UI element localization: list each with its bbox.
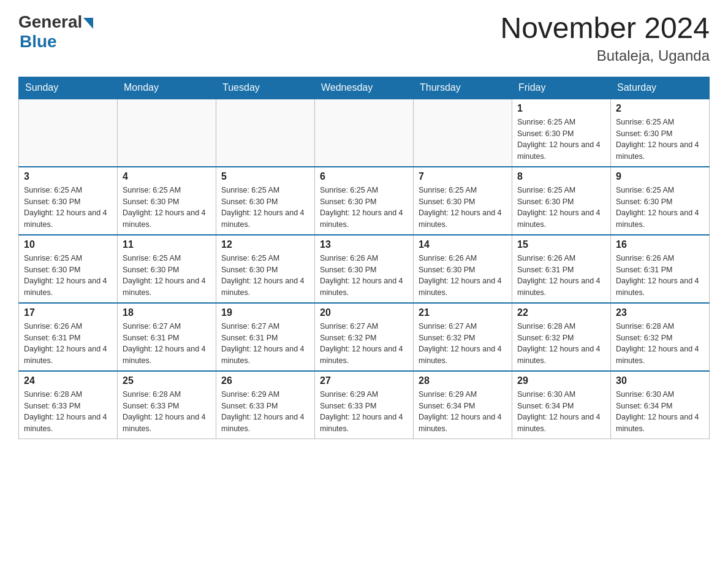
calendar-week-row: 17Sunrise: 6:26 AMSunset: 6:31 PMDayligh…	[19, 303, 710, 371]
calendar-cell: 6Sunrise: 6:25 AMSunset: 6:30 PMDaylight…	[315, 167, 414, 235]
calendar-cell	[315, 99, 414, 167]
day-number: 10	[24, 239, 112, 250]
page-title: November 2024	[500, 12, 710, 45]
calendar-day-header: Tuesday	[216, 77, 315, 99]
day-info: Sunrise: 6:25 AMSunset: 6:30 PMDaylight:…	[616, 117, 704, 163]
calendar-cell: 29Sunrise: 6:30 AMSunset: 6:34 PMDayligh…	[512, 371, 611, 439]
calendar-cell	[118, 99, 216, 167]
day-number: 11	[123, 239, 211, 250]
day-info: Sunrise: 6:25 AMSunset: 6:30 PMDaylight:…	[320, 185, 408, 231]
day-info: Sunrise: 6:26 AMSunset: 6:30 PMDaylight:…	[419, 253, 507, 299]
calendar-cell: 3Sunrise: 6:25 AMSunset: 6:30 PMDaylight…	[19, 167, 118, 235]
day-info: Sunrise: 6:29 AMSunset: 6:34 PMDaylight:…	[419, 389, 507, 435]
calendar-cell	[19, 99, 118, 167]
day-number: 23	[616, 307, 704, 318]
calendar-cell: 1Sunrise: 6:25 AMSunset: 6:30 PMDaylight…	[512, 99, 611, 167]
calendar-cell	[216, 99, 315, 167]
calendar-day-header: Saturday	[611, 77, 710, 99]
day-info: Sunrise: 6:28 AMSunset: 6:33 PMDaylight:…	[123, 389, 211, 435]
day-number: 17	[24, 307, 112, 318]
logo-arrow-icon	[83, 18, 93, 29]
calendar-header-row: SundayMondayTuesdayWednesdayThursdayFrid…	[19, 77, 710, 99]
day-number: 8	[517, 171, 605, 182]
day-number: 9	[616, 171, 704, 182]
logo-general-text: General	[18, 12, 82, 32]
calendar-cell: 27Sunrise: 6:29 AMSunset: 6:33 PMDayligh…	[315, 371, 414, 439]
calendar-cell: 17Sunrise: 6:26 AMSunset: 6:31 PMDayligh…	[19, 303, 118, 371]
calendar-cell: 28Sunrise: 6:29 AMSunset: 6:34 PMDayligh…	[414, 371, 512, 439]
logo: General Blue	[18, 12, 93, 52]
day-number: 13	[320, 239, 408, 250]
day-info: Sunrise: 6:29 AMSunset: 6:33 PMDaylight:…	[320, 389, 408, 435]
page-subtitle: Butaleja, Uganda	[500, 47, 710, 64]
calendar-cell: 12Sunrise: 6:25 AMSunset: 6:30 PMDayligh…	[216, 235, 315, 303]
day-number: 14	[419, 239, 507, 250]
day-number: 22	[517, 307, 605, 318]
calendar-cell: 24Sunrise: 6:28 AMSunset: 6:33 PMDayligh…	[19, 371, 118, 439]
day-number: 30	[616, 375, 704, 386]
day-number: 27	[320, 375, 408, 386]
day-number: 24	[24, 375, 112, 386]
calendar-cell: 26Sunrise: 6:29 AMSunset: 6:33 PMDayligh…	[216, 371, 315, 439]
calendar-day-header: Wednesday	[315, 77, 414, 99]
calendar-cell: 15Sunrise: 6:26 AMSunset: 6:31 PMDayligh…	[512, 235, 611, 303]
day-info: Sunrise: 6:30 AMSunset: 6:34 PMDaylight:…	[517, 389, 605, 435]
day-info: Sunrise: 6:26 AMSunset: 6:31 PMDaylight:…	[24, 321, 112, 367]
day-info: Sunrise: 6:27 AMSunset: 6:31 PMDaylight:…	[123, 321, 211, 367]
day-info: Sunrise: 6:29 AMSunset: 6:33 PMDaylight:…	[221, 389, 309, 435]
calendar-cell: 23Sunrise: 6:28 AMSunset: 6:32 PMDayligh…	[611, 303, 710, 371]
day-number: 21	[419, 307, 507, 318]
day-info: Sunrise: 6:25 AMSunset: 6:30 PMDaylight:…	[419, 185, 507, 231]
day-info: Sunrise: 6:25 AMSunset: 6:30 PMDaylight:…	[616, 185, 704, 231]
calendar-cell: 21Sunrise: 6:27 AMSunset: 6:32 PMDayligh…	[414, 303, 512, 371]
calendar-week-row: 10Sunrise: 6:25 AMSunset: 6:30 PMDayligh…	[19, 235, 710, 303]
day-info: Sunrise: 6:28 AMSunset: 6:32 PMDaylight:…	[616, 321, 704, 367]
day-number: 5	[221, 171, 309, 182]
calendar-cell: 25Sunrise: 6:28 AMSunset: 6:33 PMDayligh…	[118, 371, 216, 439]
day-number: 15	[517, 239, 605, 250]
day-number: 3	[24, 171, 112, 182]
day-info: Sunrise: 6:25 AMSunset: 6:30 PMDaylight:…	[517, 117, 605, 163]
title-section: November 2024 Butaleja, Uganda	[500, 12, 710, 64]
calendar-cell: 18Sunrise: 6:27 AMSunset: 6:31 PMDayligh…	[118, 303, 216, 371]
day-number: 4	[123, 171, 211, 182]
day-info: Sunrise: 6:28 AMSunset: 6:33 PMDaylight:…	[24, 389, 112, 435]
day-number: 26	[221, 375, 309, 386]
day-info: Sunrise: 6:25 AMSunset: 6:30 PMDaylight:…	[123, 185, 211, 231]
day-number: 18	[123, 307, 211, 318]
day-info: Sunrise: 6:27 AMSunset: 6:32 PMDaylight:…	[320, 321, 408, 367]
calendar-cell: 19Sunrise: 6:27 AMSunset: 6:31 PMDayligh…	[216, 303, 315, 371]
day-info: Sunrise: 6:28 AMSunset: 6:32 PMDaylight:…	[517, 321, 605, 367]
calendar-cell: 8Sunrise: 6:25 AMSunset: 6:30 PMDaylight…	[512, 167, 611, 235]
calendar-day-header: Friday	[512, 77, 611, 99]
day-info: Sunrise: 6:25 AMSunset: 6:30 PMDaylight:…	[517, 185, 605, 231]
day-info: Sunrise: 6:25 AMSunset: 6:30 PMDaylight:…	[221, 185, 309, 231]
day-number: 12	[221, 239, 309, 250]
calendar-cell: 14Sunrise: 6:26 AMSunset: 6:30 PMDayligh…	[414, 235, 512, 303]
day-number: 16	[616, 239, 704, 250]
calendar-day-header: Sunday	[19, 77, 118, 99]
day-number: 28	[419, 375, 507, 386]
calendar-cell: 2Sunrise: 6:25 AMSunset: 6:30 PMDaylight…	[611, 99, 710, 167]
calendar-cell: 13Sunrise: 6:26 AMSunset: 6:30 PMDayligh…	[315, 235, 414, 303]
day-info: Sunrise: 6:26 AMSunset: 6:31 PMDaylight:…	[616, 253, 704, 299]
day-info: Sunrise: 6:25 AMSunset: 6:30 PMDaylight:…	[123, 253, 211, 299]
day-info: Sunrise: 6:26 AMSunset: 6:30 PMDaylight:…	[320, 253, 408, 299]
day-number: 20	[320, 307, 408, 318]
day-number: 6	[320, 171, 408, 182]
day-info: Sunrise: 6:27 AMSunset: 6:31 PMDaylight:…	[221, 321, 309, 367]
calendar-cell	[414, 99, 512, 167]
calendar-week-row: 3Sunrise: 6:25 AMSunset: 6:30 PMDaylight…	[19, 167, 710, 235]
day-number: 19	[221, 307, 309, 318]
page-header: General Blue November 2024 Butaleja, Uga…	[18, 12, 710, 64]
day-info: Sunrise: 6:25 AMSunset: 6:30 PMDaylight:…	[24, 253, 112, 299]
calendar-cell: 4Sunrise: 6:25 AMSunset: 6:30 PMDaylight…	[118, 167, 216, 235]
day-info: Sunrise: 6:30 AMSunset: 6:34 PMDaylight:…	[616, 389, 704, 435]
calendar-cell: 16Sunrise: 6:26 AMSunset: 6:31 PMDayligh…	[611, 235, 710, 303]
day-info: Sunrise: 6:26 AMSunset: 6:31 PMDaylight:…	[517, 253, 605, 299]
calendar-cell: 20Sunrise: 6:27 AMSunset: 6:32 PMDayligh…	[315, 303, 414, 371]
calendar-week-row: 24Sunrise: 6:28 AMSunset: 6:33 PMDayligh…	[19, 371, 710, 439]
day-number: 25	[123, 375, 211, 386]
calendar-cell: 5Sunrise: 6:25 AMSunset: 6:30 PMDaylight…	[216, 167, 315, 235]
calendar-cell: 11Sunrise: 6:25 AMSunset: 6:30 PMDayligh…	[118, 235, 216, 303]
